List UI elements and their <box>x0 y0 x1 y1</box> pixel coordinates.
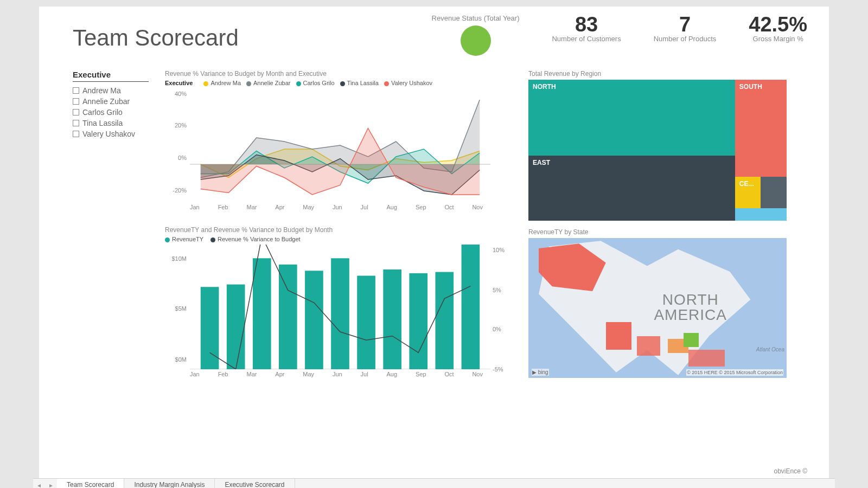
slicer-item-label: Annelie Zubar <box>82 97 130 106</box>
map-attribution: © 2015 HERE © 2015 Microsoft Corporation <box>686 369 783 376</box>
treemap-cell[interactable]: NORTH <box>528 80 735 156</box>
slicer-item-label: Valery Ushakov <box>82 130 135 138</box>
variance-chart-title: Revenue % Variance to Budget by Month an… <box>165 70 512 78</box>
slicer-item-label: Tina Lassila <box>82 119 123 127</box>
svg-rect-11 <box>435 272 454 369</box>
kpi-gross-margin[interactable]: 42.5% Gross Margin % <box>749 14 807 43</box>
checkbox-icon <box>73 109 79 115</box>
region-treemap[interactable]: NORTHEASTSOUTHCE... <box>528 80 787 221</box>
variance-chart-legend: ExecutiveAndrew MaAnnelie ZubarCarlos Gr… <box>165 80 512 86</box>
report-canvas: Team Scorecard Revenue Status (Total Yea… <box>39 7 829 478</box>
tab-next-icon[interactable]: ▸ <box>45 481 57 488</box>
kpi-products[interactable]: 7 Number of Products <box>654 14 717 43</box>
treemap-title: Total Revenue by Region <box>528 70 807 78</box>
treemap-cell[interactable] <box>761 177 787 208</box>
slicer-item[interactable]: Annelie Zubar <box>73 96 149 107</box>
kpi-value: 42.5% <box>749 14 807 35</box>
slicer-item[interactable]: Carlos Grilo <box>73 107 149 118</box>
kpi-value: 7 <box>654 14 717 35</box>
state-map[interactable]: NORTHAMERICA Atlant Ocea ▶ bing © 2015 H… <box>528 238 787 378</box>
report-tab[interactable]: Industry Margin Analysis <box>124 479 215 488</box>
slicer-item-label: Carlos Grilo <box>82 108 123 117</box>
header: Team Scorecard Revenue Status (Total Yea… <box>73 14 807 56</box>
status-label: Revenue Status (Total Year) <box>432 14 520 22</box>
footer-credit: obviEnce © <box>774 467 807 475</box>
page-title: Team Scorecard <box>73 25 239 51</box>
kpi-row: Revenue Status (Total Year) 83 Number of… <box>432 14 807 56</box>
revenue-combo-chart[interactable]: $10M $5M $0M 10% 5% 0% -5% JanFebMarAprM… <box>165 245 490 386</box>
svg-rect-10 <box>409 273 427 369</box>
svg-rect-9 <box>383 269 401 369</box>
status-indicator-icon <box>461 25 491 56</box>
checkbox-icon <box>73 120 79 126</box>
map-sea-label: Atlant Ocea <box>756 346 784 352</box>
svg-rect-4 <box>253 258 271 369</box>
slicer-item-label: Andrew Ma <box>82 86 121 95</box>
slicer-title: Executive <box>73 70 149 82</box>
treemap-cell[interactable]: SOUTH <box>735 80 787 177</box>
svg-rect-5 <box>279 265 297 369</box>
page-tabs: ◂ ▸ Team ScorecardIndustry Margin Analys… <box>33 478 835 488</box>
kpi-label: Number of Products <box>654 35 717 43</box>
svg-rect-12 <box>462 245 480 369</box>
svg-rect-6 <box>305 271 323 369</box>
executive-slicer[interactable]: Executive Andrew MaAnnelie ZubarCarlos G… <box>73 70 149 386</box>
slicer-item[interactable]: Tina Lassila <box>73 118 149 129</box>
map-center-label: NORTHAMERICA <box>654 292 727 323</box>
checkbox-icon <box>73 131 79 137</box>
map-title: RevenueTY by State <box>528 228 807 236</box>
slicer-item[interactable]: Andrew Ma <box>73 85 149 96</box>
kpi-value: 83 <box>552 14 621 35</box>
svg-rect-8 <box>357 276 375 370</box>
revenue-status-card[interactable]: Revenue Status (Total Year) <box>432 14 520 56</box>
kpi-label: Number of Customers <box>552 35 621 43</box>
variance-area-chart[interactable]: 40% 20% 0% -20% JanFebMarAprMayJunJulAug… <box>165 88 490 213</box>
report-tab[interactable]: Executive Scorecard <box>215 479 295 488</box>
report-tab[interactable]: Team Scorecard <box>57 479 124 488</box>
kpi-customers[interactable]: 83 Number of Customers <box>552 14 621 43</box>
checkbox-icon <box>73 87 79 94</box>
svg-rect-7 <box>331 258 349 369</box>
treemap-cell[interactable]: EAST <box>528 156 735 221</box>
tab-prev-icon[interactable]: ◂ <box>33 481 45 488</box>
combo-chart-legend: RevenueTY Revenue % Variance to Budget <box>165 236 512 242</box>
checkbox-icon <box>73 98 79 105</box>
slicer-item[interactable]: Valery Ushakov <box>73 129 149 139</box>
svg-rect-3 <box>227 285 245 369</box>
kpi-label: Gross Margin % <box>749 35 807 43</box>
map-bing-logo: ▶ bing <box>532 369 549 376</box>
treemap-cell[interactable]: CE... <box>735 177 761 208</box>
treemap-cell[interactable] <box>735 208 787 221</box>
combo-chart-title: RevenueTY and Revenue % Variance to Budg… <box>165 226 512 234</box>
